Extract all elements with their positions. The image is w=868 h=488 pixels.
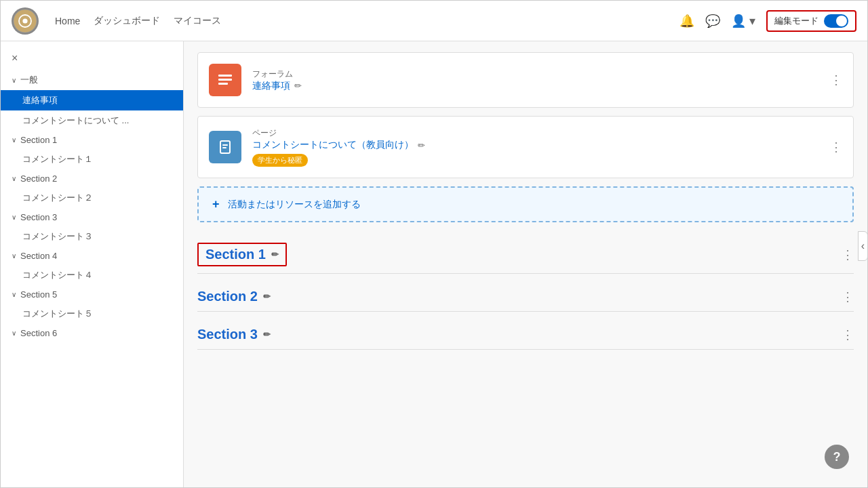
page-icon [209,131,241,163]
chevron-down-icon-s6: ∨ [12,329,16,337]
sidebar-item-renraku[interactable]: 連絡事項 [1,90,183,110]
svg-rect-3 [218,75,232,77]
section-2-title: Section 2✏ [197,289,271,304]
sidebar-section-general-label: 一般 [20,74,38,86]
forum-info: フォーラム 連絡事項 ✏ [252,68,819,92]
page-info: ページ コメントシートについて（教員向け） ✏ 学生から秘匿 [252,127,819,167]
sidebar-section-general[interactable]: ∨ 一般 [1,70,183,90]
main-nav: Home ダッシュボード マイコース [55,15,221,27]
page-card: ページ コメントシートについて（教員向け） ✏ 学生から秘匿 ⋮ [197,116,854,178]
body: × ∨ 一般 連絡事項 コメントシートについて ... ∨ Section 1 … [1,41,867,487]
edit-mode-button[interactable]: 編集モード [766,10,856,32]
section-2-menu-icon[interactable]: ⋮ [842,289,854,304]
page-menu-icon[interactable]: ⋮ [830,140,842,155]
add-activity-button[interactable]: + 活動またはリソースを追加する [197,186,854,222]
sidebar-item-comment4[interactable]: コメントシート４ [1,265,183,285]
sidebar-section-3[interactable]: ∨ Section 3 [1,208,183,226]
section-2-edit-icon[interactable]: ✏ [263,291,271,302]
forum-type-label: フォーラム [252,68,819,80]
section-3-header: Section 3✏ ⋮ [197,317,854,350]
help-button[interactable]: ? [825,445,849,469]
sidebar-item-comment3[interactable]: コメントシート３ [1,226,183,247]
section-1-header: Section 1✏ ⋮ [197,233,854,274]
chevron-down-icon-s4: ∨ [12,252,16,260]
main-content: フォーラム 連絡事項 ✏ ⋮ ペー [184,41,867,487]
sidebar: × ∨ 一般 連絡事項 コメントシートについて ... ∨ Section 1 … [1,41,184,487]
collapse-left-icon: ‹ [861,240,865,252]
chevron-down-icon-s5: ∨ [12,291,16,298]
chevron-down-icon: ∨ [12,77,16,84]
section-1-title-box: Section 1✏ [197,243,287,266]
page-title-link[interactable]: コメントシートについて（教員向け） ✏ [252,139,819,151]
chevron-down-icon-s2: ∨ [12,175,16,182]
logo [12,7,39,35]
section-3-menu-icon[interactable]: ⋮ [842,327,854,342]
forum-edit-icon[interactable]: ✏ [294,81,302,91]
nav-home[interactable]: Home [55,16,80,26]
section-1-title: Section 1✏ [205,247,279,262]
svg-rect-5 [218,83,228,85]
forum-menu-icon[interactable]: ⋮ [830,73,842,87]
sidebar-section-5-label: Section 5 [20,289,57,300]
sidebar-collapse-button[interactable]: ‹ [858,231,867,261]
section-2-header: Section 2✏ ⋮ [197,279,854,312]
header: Home ダッシュボード マイコース 🔔 💬 👤 ▾ 編集モード [1,1,867,41]
user-menu-icon[interactable]: 👤 ▾ [731,14,755,28]
add-plus-icon: + [212,197,220,211]
sidebar-section-2[interactable]: ∨ Section 2 [1,169,183,188]
svg-rect-8 [222,147,226,148]
svg-rect-4 [218,79,232,81]
section-3-title: Section 3✏ [197,327,271,342]
messages-icon[interactable]: 💬 [705,14,720,28]
section-1-edit-icon[interactable]: ✏ [271,249,279,260]
edit-mode-label: 編集モード [774,15,818,27]
forum-icon [209,64,241,96]
sidebar-item-comment1[interactable]: コメントシート１ [1,149,183,169]
svg-point-2 [22,18,27,23]
sidebar-section-4-label: Section 4 [20,251,57,261]
notifications-icon[interactable]: 🔔 [679,14,694,28]
sidebar-item-comment2[interactable]: コメントシート２ [1,188,183,208]
sidebar-section-6[interactable]: ∨ Section 6 [1,324,183,342]
nav-my-courses[interactable]: マイコース [174,15,221,27]
sidebar-section-1-label: Section 1 [20,135,57,145]
sidebar-item-comment-about[interactable]: コメントシートについて ... [1,110,183,131]
nav-dashboard[interactable]: ダッシュボード [94,15,160,27]
sidebar-section-2-label: Section 2 [20,174,57,184]
section-3-edit-icon[interactable]: ✏ [263,329,271,340]
sidebar-section-6-label: Section 6 [20,328,57,338]
add-activity-label: 活動またはリソースを追加する [228,199,361,211]
edit-mode-toggle[interactable] [824,14,848,28]
page-type-label: ページ [252,127,819,139]
page-badge: 学生から秘匿 [252,154,308,167]
page-edit-icon[interactable]: ✏ [418,140,425,150]
sidebar-close-button[interactable]: × [1,47,183,70]
section-1-menu-icon[interactable]: ⋮ [842,247,854,262]
chevron-down-icon-s3: ∨ [12,214,16,221]
header-right: 🔔 💬 👤 ▾ 編集モード [679,10,856,32]
sidebar-item-comment5[interactable]: コメントシート５ [1,304,183,324]
chevron-down-icon-s1: ∨ [12,136,16,144]
sidebar-section-3-label: Section 3 [20,212,57,222]
forum-title[interactable]: 連絡事項 ✏ [252,80,819,92]
forum-card: フォーラム 連絡事項 ✏ ⋮ [197,52,854,108]
sidebar-section-5[interactable]: ∨ Section 5 [1,285,183,304]
sidebar-section-1[interactable]: ∨ Section 1 [1,131,183,149]
sidebar-section-4[interactable]: ∨ Section 4 [1,247,183,265]
svg-rect-7 [222,144,228,146]
